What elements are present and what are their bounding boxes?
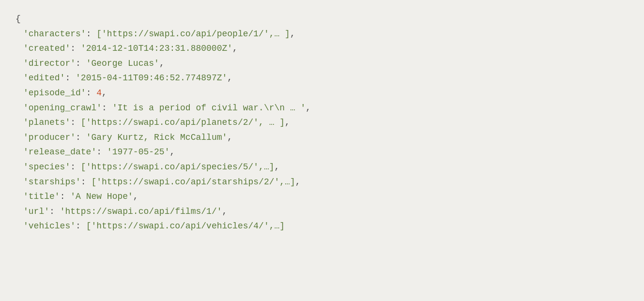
json-line: 'starships': ['https://swapi.co/api/star… [15,175,629,190]
json-key: 'vehicles' [23,221,76,231]
json-trailing: , [232,44,238,53]
json-value: 'https://swapi.co/api/films/1/' [60,207,222,216]
json-key: 'director' [23,59,76,68]
json-colon: : [76,133,86,142]
json-key: 'title' [23,192,60,201]
json-line: 'release_date': '1977-05-25', [15,145,629,160]
json-line: 'edited': '2015-04-11T09:46:52.774897Z', [15,71,629,86]
json-value: '1977-05-25' [107,147,170,157]
json-trailing: , [227,133,232,142]
json-value: 'Gary Kurtz, Rick McCallum' [86,133,228,142]
json-value: 4 [96,88,102,98]
json-value: ['https://swapi.co/api/starships/2/',…] [91,177,295,187]
json-trailing: , [290,29,295,39]
json-key: 'url' [23,207,49,216]
json-value: '2014-12-10T14:23:31.880000Z' [81,44,232,53]
json-line: 'created': '2014-12-10T14:23:31.880000Z'… [15,41,629,56]
json-colon: : [76,221,86,231]
json-value: ['https://swapi.co/api/planets/2/', … ] [81,118,285,127]
json-trailing: , [275,162,280,172]
json-trailing: , [227,73,232,83]
json-trailing: , [306,103,311,113]
json-colon: : [86,29,97,39]
json-colon: : [49,207,60,216]
json-lines: 'characters': ['https://swapi.co/api/peo… [15,27,629,234]
json-colon: : [76,59,86,68]
json-line: 'planets': ['https://swapi.co/api/planet… [15,115,629,130]
json-value: '2015-04-11T09:46:52.774897Z' [76,73,227,83]
json-line: 'title': 'A New Hope', [15,189,629,204]
json-key: 'edited' [23,73,65,83]
open-brace: { [15,14,21,24]
json-trailing: , [295,177,301,187]
json-line: 'url': 'https://swapi.co/api/films/1/', [15,204,629,219]
json-trailing: , [285,118,290,127]
json-line: 'episode_id': 4, [15,86,629,101]
json-colon: : [70,44,81,53]
json-colon: : [60,192,71,201]
json-value: 'It is a period of civil war.\r\n … ' [112,103,306,113]
json-line: 'director': 'George Lucas', [15,56,629,71]
json-key: 'episode_id' [23,88,86,98]
json-key: 'created' [23,44,70,53]
json-colon: : [86,88,97,98]
json-key: 'producer' [23,133,76,142]
json-value: ['https://swapi.co/api/people/1/',… ] [96,29,290,39]
json-value: ['https://swapi.co/api/species/5/',…] [81,162,275,172]
json-key: 'characters' [23,29,86,39]
json-value: 'George Lucas' [86,59,159,68]
json-trailing: , [159,59,165,68]
json-colon: : [70,162,81,172]
json-colon: : [81,177,92,187]
json-key: 'opening_crawl' [23,103,102,113]
json-viewer: { 'characters': ['https://swapi.co/api/p… [15,12,629,234]
json-key: 'starships' [23,177,81,187]
json-line: 'vehicles': ['https://swapi.co/api/vehic… [15,219,629,234]
json-colon: : [96,147,107,157]
json-trailing: , [102,88,107,98]
json-line: 'species': ['https://swapi.co/api/specie… [15,160,629,175]
json-colon: : [65,73,76,83]
json-colon: : [102,103,112,113]
json-trailing: , [133,192,138,201]
json-key: 'species' [23,162,70,172]
json-key: 'planets' [23,118,70,127]
json-line: 'characters': ['https://swapi.co/api/peo… [15,27,629,42]
json-line: 'producer': 'Gary Kurtz, Rick McCallum', [15,130,629,145]
json-trailing: , [222,207,227,216]
json-trailing: , [169,147,175,157]
json-colon: : [70,118,81,127]
json-line: 'opening_crawl': 'It is a period of civi… [15,101,629,116]
json-value: ['https://swapi.co/api/vehicles/4/',…] [86,221,285,231]
json-value: 'A New Hope' [70,192,133,201]
json-key: 'release_date' [23,147,96,157]
